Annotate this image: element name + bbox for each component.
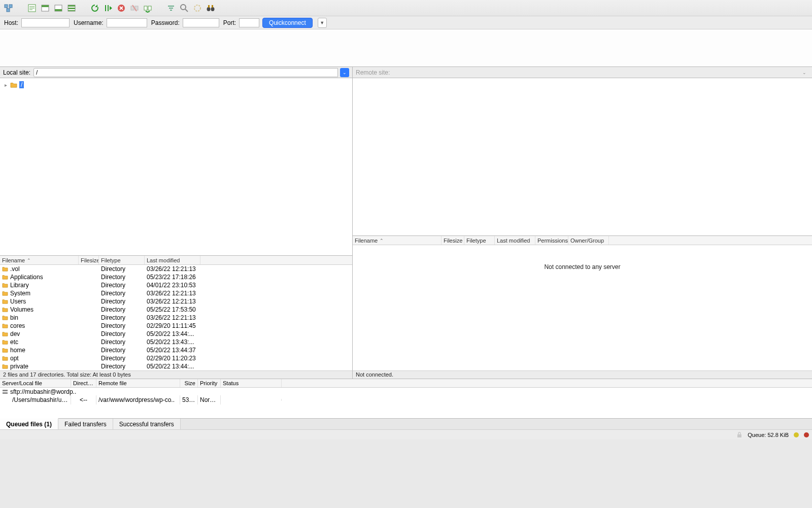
folder-icon bbox=[2, 299, 8, 304]
local-site-dropdown[interactable]: ⌄ bbox=[340, 68, 349, 77]
quickconnect-history-dropdown[interactable]: ▼ bbox=[318, 18, 327, 28]
col-r-permissions[interactable]: Permissions bbox=[535, 236, 568, 245]
svg-point-35 bbox=[211, 7, 215, 11]
qcol-remote[interactable]: Remote file bbox=[96, 379, 180, 387]
sort-asc-icon: ⌃ bbox=[27, 258, 31, 263]
tab-queued-files[interactable]: Queued files (1) bbox=[0, 418, 58, 429]
local-file-header[interactable]: Filename ⌃ Filesize Filetype Last modifi… bbox=[0, 256, 352, 265]
file-row[interactable]: ApplicationsDirectory05/23/22 17:18:26 bbox=[0, 273, 352, 281]
refresh-icon[interactable] bbox=[89, 3, 100, 14]
queue-item-direction: <-- bbox=[71, 395, 96, 404]
toggle-local-tree-icon[interactable] bbox=[40, 3, 51, 14]
toggle-queue-icon[interactable] bbox=[66, 3, 77, 14]
tree-item-root[interactable]: ▸ / bbox=[3, 80, 349, 89]
svg-rect-10 bbox=[42, 5, 49, 7]
remote-site-dropdown: ⌄ bbox=[800, 68, 809, 77]
binoculars-icon[interactable] bbox=[205, 3, 216, 14]
local-file-list[interactable]: .volDirectory03/26/22 12:21:13Applicatio… bbox=[0, 265, 352, 370]
folder-icon bbox=[2, 283, 8, 288]
host-input[interactable] bbox=[21, 18, 70, 27]
svg-rect-36 bbox=[208, 5, 210, 8]
chevron-right-icon[interactable]: ▸ bbox=[3, 82, 8, 88]
host-label: Host: bbox=[4, 19, 18, 26]
port-input[interactable] bbox=[239, 18, 259, 27]
col-filesize[interactable]: Filesize bbox=[79, 256, 99, 264]
remote-file-header[interactable]: Filename ⌃ Filesize Filetype Last modifi… bbox=[353, 236, 812, 245]
queue-item-row[interactable]: /Users/mubashir/um-... <-- /var/www/word… bbox=[0, 396, 812, 404]
process-queue-icon[interactable] bbox=[103, 3, 114, 14]
col-filename[interactable]: Filename ⌃ bbox=[0, 256, 79, 264]
file-row[interactable]: etcDirectory05/20/22 13:43:... bbox=[0, 338, 352, 346]
folder-icon bbox=[2, 323, 8, 328]
password-input[interactable] bbox=[183, 18, 219, 27]
local-site-path[interactable] bbox=[33, 68, 338, 77]
col-filetype[interactable]: Filetype bbox=[99, 256, 145, 264]
svg-rect-38 bbox=[3, 390, 8, 391]
file-name: private bbox=[10, 363, 28, 370]
queue-server-row[interactable]: sftp://mubashir@wordp.. bbox=[0, 388, 812, 396]
file-row[interactable]: UsersDirectory03/26/22 12:21:13 bbox=[0, 297, 352, 306]
queue-item-priority: Normal bbox=[198, 395, 221, 404]
toggle-log-icon[interactable] bbox=[26, 3, 38, 14]
main-toolbar bbox=[0, 0, 812, 16]
file-row[interactable]: coresDirectory02/29/20 11:11:45 bbox=[0, 322, 352, 330]
tab-successful-transfers[interactable]: Successful transfers bbox=[113, 419, 181, 429]
svg-rect-12 bbox=[55, 9, 62, 11]
toggle-remote-tree-icon[interactable] bbox=[53, 3, 64, 14]
local-tree[interactable]: ▸ / bbox=[0, 78, 352, 256]
tree-root-label[interactable]: / bbox=[19, 81, 24, 88]
folder-icon bbox=[2, 340, 8, 345]
site-manager-icon[interactable] bbox=[3, 3, 14, 14]
qcol-direction[interactable]: Direction bbox=[71, 379, 96, 387]
file-row[interactable]: VolumesDirectory05/25/22 17:53:50 bbox=[0, 306, 352, 314]
message-log[interactable] bbox=[0, 29, 812, 67]
filter-icon[interactable] bbox=[165, 3, 177, 14]
tab-failed-transfers[interactable]: Failed transfers bbox=[58, 419, 113, 429]
queue-server-label: sftp://mubashir@wordp.. bbox=[10, 388, 76, 395]
sort-asc-icon: ⌃ bbox=[380, 238, 384, 243]
disconnect-icon[interactable] bbox=[129, 3, 140, 14]
qcol-status[interactable]: Status bbox=[221, 379, 282, 387]
folder-icon bbox=[2, 266, 8, 272]
file-name: bin bbox=[10, 314, 18, 321]
folder-icon bbox=[10, 82, 17, 88]
sync-browse-icon[interactable] bbox=[192, 3, 203, 14]
indicator-activity-icon bbox=[794, 432, 799, 437]
reconnect-icon[interactable] bbox=[142, 3, 153, 14]
queue-header[interactable]: Server/Local file Direction Remote file … bbox=[0, 379, 812, 388]
file-name: Users bbox=[10, 298, 26, 305]
qcol-size[interactable]: Size bbox=[180, 379, 198, 387]
svg-rect-16 bbox=[68, 10, 75, 11]
svg-rect-1 bbox=[9, 5, 12, 8]
col-modified[interactable]: Last modified bbox=[145, 256, 200, 264]
file-name: System bbox=[10, 290, 30, 297]
col-r-filesize[interactable]: Filesize bbox=[442, 236, 464, 245]
quickconnect-button[interactable]: Quickconnect bbox=[262, 18, 313, 28]
queue-item-local: /Users/mubashir/um-... bbox=[0, 395, 71, 404]
remote-site-path bbox=[393, 68, 798, 77]
folder-icon bbox=[2, 348, 8, 353]
col-r-modified[interactable]: Last modified bbox=[495, 236, 535, 245]
queue-item-status bbox=[221, 399, 282, 401]
col-r-filename[interactable]: Filename ⌃ bbox=[353, 236, 442, 245]
file-row[interactable]: privateDirectory05/20/22 13:44:... bbox=[0, 362, 352, 370]
file-name: dev bbox=[10, 330, 20, 337]
cancel-icon[interactable] bbox=[116, 3, 127, 14]
qcol-server[interactable]: Server/Local file bbox=[0, 379, 71, 387]
file-row[interactable]: LibraryDirectory04/01/22 23:10:53 bbox=[0, 281, 352, 289]
file-row[interactable]: SystemDirectory03/26/22 12:21:13 bbox=[0, 289, 352, 297]
file-name: home bbox=[10, 347, 25, 354]
file-row[interactable]: .volDirectory03/26/22 12:21:13 bbox=[0, 265, 352, 273]
svg-rect-14 bbox=[68, 5, 75, 7]
col-r-filetype[interactable]: Filetype bbox=[464, 236, 495, 245]
file-row[interactable]: devDirectory05/20/22 13:44:... bbox=[0, 330, 352, 338]
file-row[interactable]: optDirectory02/29/20 11:20:23 bbox=[0, 354, 352, 362]
col-r-owner[interactable]: Owner/Group bbox=[568, 236, 609, 245]
username-input[interactable] bbox=[107, 18, 147, 27]
qcol-priority[interactable]: Priority bbox=[198, 379, 221, 387]
file-type: Directory bbox=[99, 362, 145, 370]
svg-rect-40 bbox=[737, 434, 741, 437]
file-row[interactable]: homeDirectory05/20/22 13:44:37 bbox=[0, 346, 352, 354]
search-icon[interactable] bbox=[179, 3, 190, 14]
file-row[interactable]: binDirectory03/26/22 12:21:13 bbox=[0, 314, 352, 322]
